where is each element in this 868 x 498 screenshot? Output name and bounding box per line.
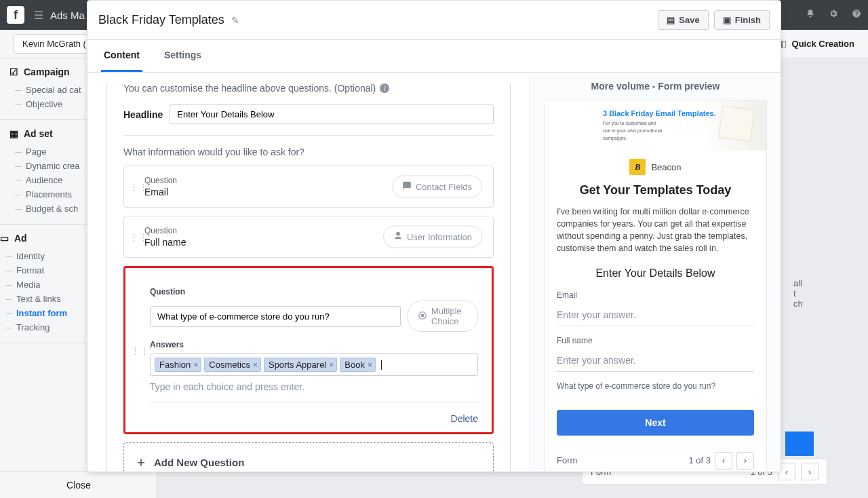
bg-next-button[interactable] — [785, 432, 814, 456]
preview-pager-prev[interactable]: ‹ — [715, 452, 732, 470]
facebook-logo[interactable]: f — [7, 6, 24, 24]
preview-header: More volume - Form preview — [530, 73, 781, 100]
info-icon[interactable]: i — [380, 83, 389, 93]
preview-footer-label: Form — [557, 455, 577, 465]
headline-label: Headline — [123, 109, 163, 120]
preview-heading: Get Your Templates Today — [545, 183, 766, 206]
headline-input[interactable] — [170, 104, 494, 124]
form-preview-panel: More volume - Form preview 3 Black Frida… — [530, 73, 781, 472]
close-button[interactable]: Close — [0, 471, 157, 498]
question-card-fullname[interactable]: ⋮⋮ Question Full name User Information — [123, 216, 494, 258]
drag-handle-icon[interactable]: ⋮⋮ — [131, 345, 150, 356]
modal-header: Black Friday Templates ✎ ▤Save ▣Finish — [87, 1, 781, 40]
edit-title-icon[interactable]: ✎ — [231, 15, 239, 26]
svg-point-1 — [421, 313, 425, 317]
customise-description: You can customise the headline above que… — [123, 83, 494, 94]
contact-fields-pill[interactable]: Contact Fields — [392, 176, 482, 198]
quick-creation-link[interactable]: Quick Creation — [792, 39, 854, 49]
bg-truncated-text: all t ch — [793, 278, 827, 309]
hamburger-icon[interactable]: ☰ — [34, 9, 43, 22]
modal-title: Black Friday Templates — [98, 13, 224, 27]
plus-icon: ＋ — [135, 454, 147, 470]
gear-icon[interactable] — [829, 9, 838, 21]
answer-tag: Fashion× — [155, 358, 201, 372]
remove-tag-icon[interactable]: × — [368, 360, 372, 370]
ad-icon: ▭ — [0, 233, 9, 244]
brand-logo: B — [629, 159, 646, 175]
answer-tag: Sports Apparel× — [264, 358, 337, 372]
remove-tag-icon[interactable]: × — [193, 360, 198, 370]
preview-field-label-email: Email — [557, 290, 754, 300]
campaign-icon: ☑ — [9, 66, 18, 77]
form-editor-modal: Black Friday Templates ✎ ▤Save ▣Finish C… — [87, 0, 781, 472]
drag-handle-icon[interactable]: ⋮⋮ — [130, 232, 149, 242]
answers-hint: Type in each choice and press enter. — [150, 381, 478, 392]
preview-canvas: 3 Black Friday Email Templates. For you … — [544, 100, 767, 472]
radio-icon — [418, 311, 427, 322]
question-card-email[interactable]: ⋮⋮ Question Email Contact Fields — [123, 166, 494, 208]
answers-input[interactable]: Fashion× Cosmetics× Sports Apparel× Book… — [150, 353, 478, 376]
pager-next-bg[interactable]: › — [801, 463, 818, 480]
preview-description: I've been writing for multi million doll… — [545, 206, 766, 265]
user-info-pill[interactable]: User Information — [383, 226, 482, 248]
save-button[interactable]: ▤Save — [658, 10, 708, 30]
chat-icon — [402, 181, 412, 193]
tab-settings[interactable]: Settings — [161, 40, 204, 72]
text-cursor — [381, 360, 382, 370]
preview-field-email[interactable]: Enter your answer. — [557, 304, 754, 326]
tab-strip: Content Settings — [87, 40, 781, 73]
adset-icon: ▦ — [9, 128, 18, 139]
help-icon[interactable] — [852, 9, 861, 21]
finish-button[interactable]: ▣Finish — [714, 10, 770, 30]
ask-for-label: What information would you like to ask f… — [123, 147, 494, 157]
user-icon — [393, 231, 403, 243]
preview-field-label-q3: What type of e-commerce store do you run… — [557, 381, 754, 391]
finish-icon: ▣ — [723, 15, 731, 25]
answer-tag: Cosmetics× — [204, 358, 261, 372]
bell-icon[interactable] — [806, 9, 815, 21]
notepad-illustration — [718, 105, 755, 142]
brand-name: Beacon — [651, 162, 681, 172]
preview-next-button[interactable]: Next — [557, 410, 754, 436]
app-title: Ads Ma — [50, 9, 85, 21]
answer-tag: Book× — [340, 358, 376, 372]
remove-tag-icon[interactable]: × — [253, 360, 258, 370]
preview-pager-next[interactable]: › — [736, 452, 754, 470]
custom-question-input[interactable] — [150, 306, 401, 327]
tab-content[interactable]: Content — [101, 40, 142, 72]
add-new-question-button[interactable]: ＋ Add New Question — [123, 442, 494, 472]
preview-subheading: Enter Your Details Below — [545, 265, 766, 290]
multiple-choice-pill[interactable]: Multiple Choice — [408, 301, 478, 332]
question-card-custom: ⋮⋮ Question Multiple Choice Answers Fash… — [123, 266, 494, 434]
remove-tag-icon[interactable]: × — [329, 360, 334, 370]
delete-question-link[interactable]: Delete — [150, 413, 478, 424]
drag-handle-icon[interactable]: ⋮⋮ — [130, 182, 149, 192]
account-selector[interactable]: Kevin McGrath ( — [14, 34, 95, 54]
preview-field-label-fullname: Full name — [557, 336, 754, 345]
form-editor-panel: You can customise the headline above que… — [87, 73, 530, 472]
save-icon: ▤ — [667, 15, 675, 25]
preview-banner: 3 Black Friday Email Templates. For you … — [545, 100, 766, 151]
preview-field-fullname[interactable]: Enter your answer. — [557, 349, 754, 372]
